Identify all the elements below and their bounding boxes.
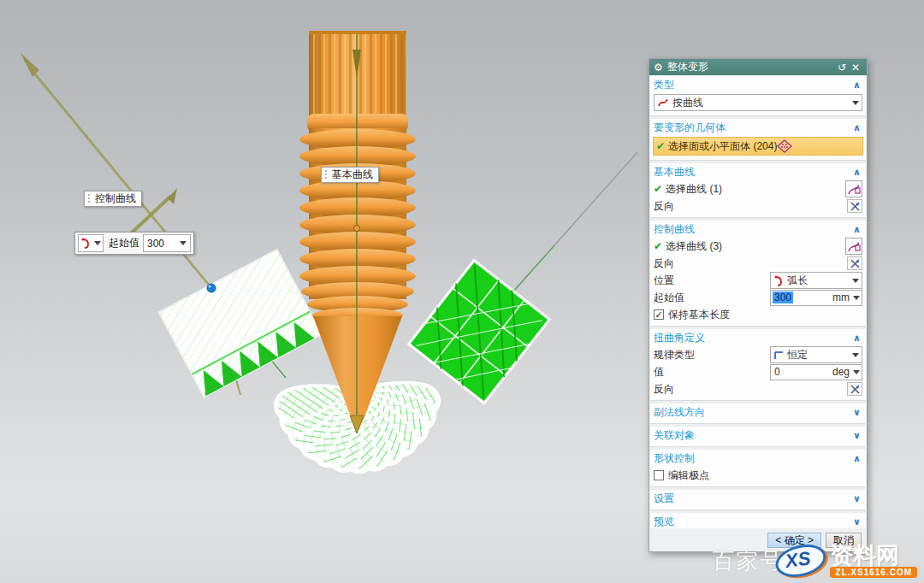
section-shape-header[interactable]: 形状控制 ∧ bbox=[654, 450, 862, 467]
by-curve-icon bbox=[657, 97, 669, 109]
control-curve-tooltip: 控制曲线 bbox=[84, 191, 142, 207]
constant-law-icon bbox=[773, 350, 785, 361]
section-control-curve: 控制曲线 ∧ ✔ 选择曲线 (3) 反向 bbox=[650, 218, 866, 327]
cancel-button[interactable]: 取消 bbox=[826, 533, 862, 548]
reset-icon[interactable]: ↺ bbox=[835, 62, 849, 74]
section-preview-header[interactable]: 预览 ∨ bbox=[654, 514, 862, 528]
check-icon: ✔ bbox=[654, 183, 662, 195]
unit-label: deg bbox=[832, 366, 853, 378]
chevron-down-icon bbox=[852, 279, 859, 283]
section-twist-angle: 扭曲角定义 ∧ 规律类型 恒定 值 bbox=[650, 327, 866, 401]
chevron-up-icon: ∧ bbox=[853, 224, 862, 235]
section-twist-header[interactable]: 扭曲角定义 ∧ bbox=[654, 330, 862, 346]
edit-poles-row[interactable]: 编辑极点 bbox=[654, 467, 862, 484]
section-settings: 设置 ∨ bbox=[650, 487, 866, 510]
start-value-label: 起始值 bbox=[109, 236, 139, 250]
position-type-dropdown[interactable] bbox=[78, 234, 104, 252]
check-icon: ✔ bbox=[656, 140, 665, 152]
section-base-curve-header[interactable]: 基本曲线 ∧ bbox=[654, 164, 862, 180]
onscreen-input-toolbar[interactable]: 起始值 300 bbox=[74, 232, 194, 255]
left-deform-panel[interactable] bbox=[159, 250, 322, 397]
check-icon: ✔ bbox=[654, 240, 662, 252]
curve-point-handle[interactable] bbox=[354, 226, 360, 232]
start-value-input[interactable]: 300 mm bbox=[770, 290, 862, 306]
section-geometry-header[interactable]: 要变形的几何体 ∧ bbox=[654, 120, 862, 136]
twist-value-input[interactable]: 0 deg bbox=[770, 364, 862, 380]
chevron-up-icon: ∧ bbox=[853, 122, 862, 133]
section-settings-header[interactable]: 设置 ∨ bbox=[654, 491, 862, 507]
reverse-icon bbox=[850, 258, 861, 269]
keep-length-checkbox[interactable]: ✓ bbox=[654, 309, 664, 320]
dialog-titlebar[interactable]: ⚙ 整体变形 ↺ ✕ bbox=[649, 59, 867, 75]
twist-reverse-row: 反向 bbox=[654, 380, 862, 398]
section-type: 类型 ∧ 按曲线 bbox=[650, 76, 866, 116]
select-curve-button[interactable] bbox=[845, 180, 862, 197]
application-window: 控制曲线 基本曲线 起始值 300 ⚙ 整体变形 ↺ ✕ 类型 bbox=[0, 0, 924, 583]
reverse-direction-button[interactable] bbox=[847, 199, 862, 213]
control-curve-reverse-row: 反向 bbox=[654, 255, 862, 272]
law-type-row: 规律类型 恒定 bbox=[654, 346, 862, 363]
select-control-curve-row[interactable]: ✔ 选择曲线 (3) bbox=[654, 238, 862, 255]
start-value-input[interactable]: 300 bbox=[143, 234, 191, 252]
start-value-row: 起始值 300 mm bbox=[654, 289, 862, 306]
chevron-down-icon bbox=[852, 353, 859, 357]
base-curve-tooltip: 基本曲线 bbox=[321, 167, 379, 183]
position-dropdown[interactable]: 弧长 bbox=[770, 272, 862, 289]
base-curve-reverse-row: 反向 bbox=[654, 197, 862, 215]
right-deform-panel[interactable] bbox=[409, 261, 550, 403]
section-type-header[interactable]: 类型 ∧ bbox=[654, 77, 862, 93]
close-icon[interactable]: ✕ bbox=[849, 62, 862, 74]
type-dropdown[interactable]: 按曲线 bbox=[654, 94, 862, 111]
twist-value-row: 值 0 deg bbox=[654, 363, 862, 380]
section-preview: 预览 ∨ bbox=[650, 510, 866, 528]
chevron-down-icon bbox=[853, 296, 860, 300]
section-geometry: 要变形的几何体 ∧ ✔ 选择面或小平面体 (204) bbox=[650, 116, 866, 161]
curve-arrowhead-topleft bbox=[21, 53, 39, 77]
unit-label: mm bbox=[832, 292, 853, 303]
section-shape-control: 形状控制 ∧ 编辑极点 bbox=[650, 447, 866, 487]
gear-icon: ⚙ bbox=[654, 62, 663, 74]
reverse-icon bbox=[850, 201, 861, 212]
reverse-direction-button[interactable] bbox=[847, 256, 862, 270]
ok-button[interactable]: < 确定 > bbox=[767, 533, 821, 548]
global-deformation-dialog: ⚙ 整体变形 ↺ ✕ 类型 ∧ 按曲线 bbox=[649, 58, 868, 552]
arc-length-icon bbox=[773, 275, 785, 286]
chevron-up-icon: ∧ bbox=[853, 167, 862, 178]
section-binormal: 副法线方向 ∨ bbox=[650, 401, 866, 424]
facet-body-icon bbox=[777, 139, 792, 153]
arc-length-icon bbox=[80, 238, 92, 249]
vertex-handle[interactable] bbox=[207, 284, 216, 292]
dialog-title: 整体变形 bbox=[667, 60, 835, 74]
chevron-down-icon: ∨ bbox=[853, 430, 862, 441]
chevron-up-icon: ∧ bbox=[853, 333, 862, 344]
law-type-dropdown[interactable]: 恒定 bbox=[770, 346, 862, 363]
position-row: 位置 弧长 bbox=[654, 272, 862, 289]
chevron-down-icon: ∨ bbox=[853, 407, 862, 418]
section-control-curve-header[interactable]: 控制曲线 ∧ bbox=[654, 221, 862, 238]
select-base-curve-row[interactable]: ✔ 选择曲线 (1) bbox=[654, 180, 862, 197]
dialog-button-bar: < 确定 > 取消 bbox=[649, 529, 867, 551]
curve-select-icon bbox=[848, 240, 861, 253]
section-association-header[interactable]: 关联对象 ∨ bbox=[654, 427, 862, 444]
chevron-down-icon bbox=[852, 101, 859, 105]
edit-poles-checkbox[interactable] bbox=[654, 470, 664, 480]
chevron-up-icon: ∧ bbox=[853, 80, 862, 91]
chevron-down-icon bbox=[180, 241, 187, 245]
section-base-curve: 基本曲线 ∧ ✔ 选择曲线 (1) 反向 bbox=[650, 161, 866, 218]
curve-select-icon bbox=[848, 183, 861, 196]
chevron-down-icon: ∨ bbox=[853, 516, 862, 527]
select-face-row[interactable]: ✔ 选择面或小平面体 (204) bbox=[653, 137, 863, 156]
reverse-icon bbox=[850, 384, 861, 395]
keep-length-row[interactable]: ✓ 保持基本长度 bbox=[654, 306, 862, 323]
chevron-down-icon: ∨ bbox=[853, 493, 862, 504]
chevron-down-icon bbox=[94, 241, 101, 245]
section-association: 关联对象 ∨ bbox=[650, 424, 866, 447]
section-binormal-header[interactable]: 副法线方向 ∨ bbox=[654, 404, 862, 421]
reverse-direction-button[interactable] bbox=[847, 382, 862, 396]
chevron-down-icon bbox=[853, 370, 860, 374]
chevron-up-icon: ∧ bbox=[853, 453, 862, 464]
select-curve-button[interactable] bbox=[845, 238, 862, 255]
